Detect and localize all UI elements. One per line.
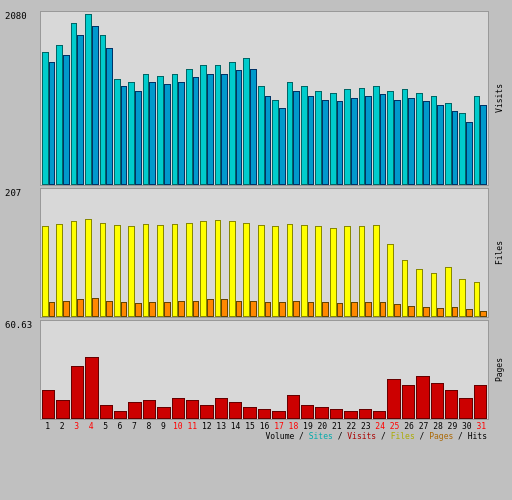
bar-group [474, 96, 487, 185]
chart-container: 2080Visits207Files60.63Pages 12345678910… [0, 0, 512, 500]
bar-group [344, 89, 357, 185]
bar-group [459, 279, 472, 317]
bar-group [416, 93, 429, 185]
x-label: 14 [229, 422, 242, 431]
x-axis: 1234567891011121314151617181920212223242… [40, 422, 489, 431]
x-label: 3 [70, 422, 83, 431]
bar-group [243, 407, 256, 419]
bar-group [431, 383, 444, 419]
x-label: 1 [41, 422, 54, 431]
x-label: 27 [417, 422, 430, 431]
x-label: 17 [272, 422, 285, 431]
section-bottom: 60.63Pages [5, 320, 507, 420]
bar-group [200, 405, 213, 419]
bar-group [373, 86, 386, 185]
bar-group [85, 219, 98, 317]
bar-group [243, 58, 256, 185]
right-label-bottom: Pages [491, 320, 507, 420]
bar-group [459, 398, 472, 419]
y-label-middle: 207 [5, 188, 21, 198]
bar-group [301, 86, 314, 185]
x-label: 7 [128, 422, 141, 431]
x-label: 24 [373, 422, 386, 431]
x-label: 19 [301, 422, 314, 431]
x-label: 5 [99, 422, 112, 431]
bar-group [459, 113, 472, 185]
bar-group [359, 88, 372, 185]
bar-group [85, 357, 98, 419]
bar-group [157, 225, 170, 317]
bar-group [100, 405, 113, 419]
x-label: 9 [157, 422, 170, 431]
section-middle: 207Files [5, 188, 507, 318]
right-label-top: Visits [491, 11, 507, 186]
bar-group [229, 402, 242, 419]
bar-group [56, 45, 69, 185]
bar-group [272, 100, 285, 186]
bar-group [71, 366, 84, 419]
x-label: 28 [431, 422, 444, 431]
bar-group [330, 93, 343, 185]
bar-group [301, 405, 314, 419]
bar-group [272, 226, 285, 317]
x-label: 29 [446, 422, 459, 431]
bar-group [272, 411, 285, 419]
x-label: 18 [287, 422, 300, 431]
bar-group [416, 269, 429, 317]
bar-group [71, 221, 84, 317]
bar-group [172, 224, 185, 317]
bars-area-top [40, 11, 489, 186]
x-label: 22 [345, 422, 358, 431]
bar-group [330, 409, 343, 419]
bar-group [373, 411, 386, 419]
bar-group [42, 390, 55, 419]
bar-group [315, 91, 328, 185]
bar-group [56, 400, 69, 419]
bar-group [474, 282, 487, 317]
bar-group [344, 226, 357, 317]
bar-group [402, 385, 415, 419]
bar-group [359, 409, 372, 419]
bar-group [71, 23, 84, 185]
x-label: 16 [258, 422, 271, 431]
bar-group [100, 35, 113, 185]
sections-container: 2080Visits207Files60.63Pages [5, 11, 507, 420]
bar-group [445, 267, 458, 317]
bar-group [474, 385, 487, 419]
bar-group [344, 411, 357, 419]
bar-group [200, 65, 213, 185]
x-label: 12 [200, 422, 213, 431]
x-label: 20 [316, 422, 329, 431]
bar-group [287, 82, 300, 185]
bar-group [258, 225, 271, 317]
y-label-bottom: 60.63 [5, 320, 32, 330]
bar-group [128, 82, 141, 185]
bar-group [56, 224, 69, 317]
bar-group [359, 226, 372, 317]
bar-group [114, 79, 127, 185]
bar-group [373, 225, 386, 317]
x-label: 30 [460, 422, 473, 431]
bar-group [42, 52, 55, 185]
bar-group [143, 400, 156, 419]
bar-group [387, 244, 400, 317]
bar-group [258, 409, 271, 419]
bar-group [416, 376, 429, 419]
x-label: 6 [113, 422, 126, 431]
right-axis-label: Volume / Sites / Visits / Files / Pages … [40, 432, 487, 441]
x-label: 8 [142, 422, 155, 431]
bar-group [431, 96, 444, 185]
section-top: 2080Visits [5, 11, 507, 186]
x-label: 25 [388, 422, 401, 431]
bar-group [114, 411, 127, 419]
bar-group [215, 65, 228, 185]
bar-group [229, 62, 242, 185]
bar-group [287, 395, 300, 419]
bar-group [315, 407, 328, 419]
bar-group [229, 221, 242, 317]
x-label: 31 [475, 422, 488, 431]
bar-group [200, 221, 213, 317]
x-label: 13 [214, 422, 227, 431]
x-label: 23 [359, 422, 372, 431]
bar-group [128, 226, 141, 317]
